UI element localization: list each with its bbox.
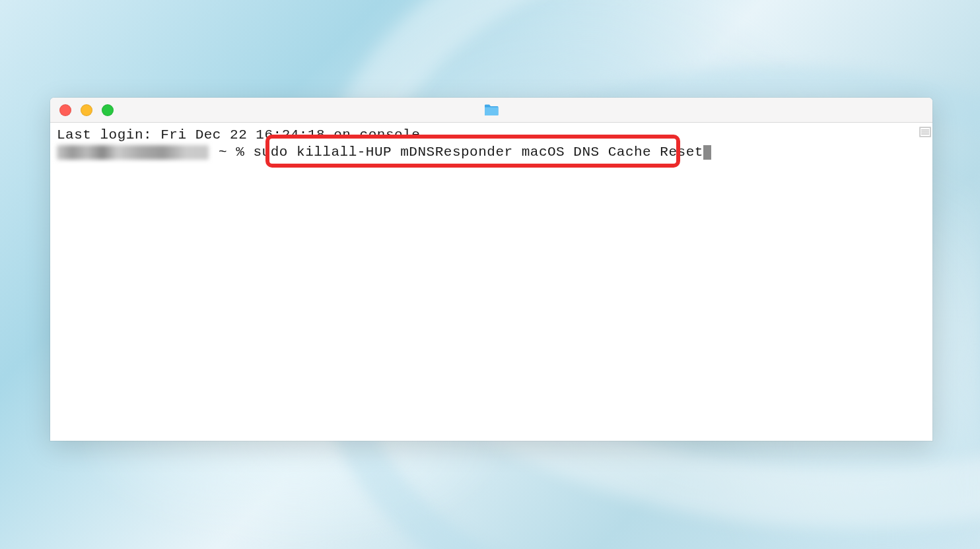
traffic-lights [59,104,114,116]
maximize-button[interactable] [102,104,114,116]
prompt-line: ~ % sudo killall-HUP mDNSResponder macOS… [57,144,926,161]
command-text: killall-HUP mDNSResponder macOS DNS Cach… [288,144,703,161]
terminal-cursor [703,145,711,160]
minimize-button[interactable] [81,104,92,116]
list-icon [919,127,931,137]
close-button[interactable] [59,104,71,116]
last-login-line: Last login: Fri Dec 22 16:24:18 on conso… [57,127,926,144]
folder-icon [483,104,499,117]
terminal-window: Last login: Fri Dec 22 16:24:18 on conso… [50,98,932,441]
blurred-hostname [57,145,209,160]
command-prefix: sudo [254,144,288,161]
window-title [483,104,499,117]
window-titlebar [50,98,932,123]
terminal-body[interactable]: Last login: Fri Dec 22 16:24:18 on conso… [50,123,932,441]
prompt-symbol: ~ % [210,144,254,161]
